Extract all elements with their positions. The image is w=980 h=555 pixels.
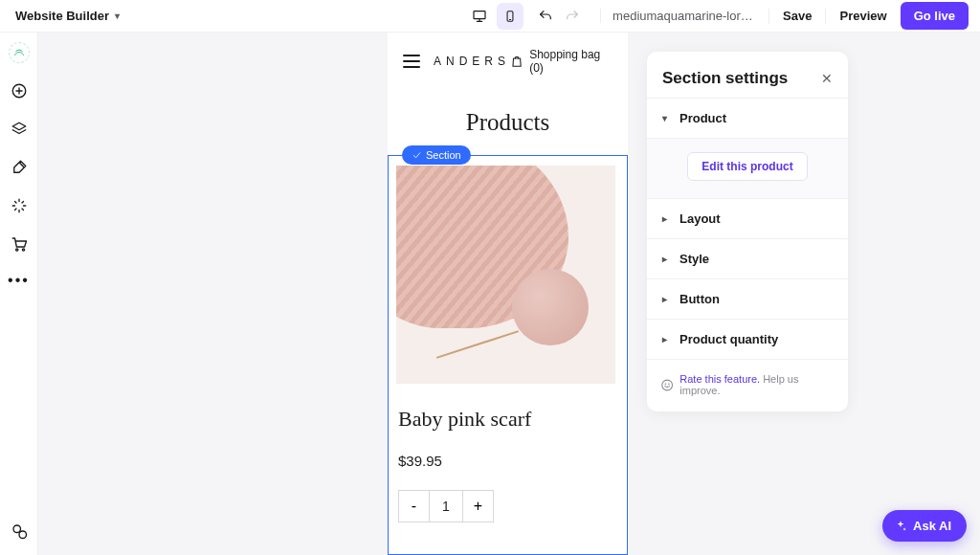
- divider: [768, 9, 769, 24]
- rate-feature: Rate this feature. Help us improve.: [647, 359, 848, 411]
- svg-point-7: [662, 380, 673, 390]
- product-image[interactable]: [396, 166, 615, 384]
- product-price: $39.95: [398, 453, 617, 469]
- shopping-bag-label: Shopping bag (0): [529, 48, 612, 75]
- ask-ai-button[interactable]: Ask AI: [882, 510, 967, 542]
- ai-tools-button[interactable]: [9, 195, 30, 216]
- chevron-down-icon: ▾: [115, 11, 120, 21]
- qty-decrease-button[interactable]: -: [399, 491, 430, 522]
- divider: [825, 9, 826, 24]
- accordion-product-body: Edit this product: [647, 138, 848, 198]
- app-name: Website Builder: [15, 9, 109, 23]
- app-switcher[interactable]: Website Builder ▾: [15, 9, 120, 23]
- panel-title: Section settings: [662, 69, 788, 88]
- chevron-right-icon: ▸: [662, 213, 672, 224]
- save-button[interactable]: Save: [783, 9, 812, 23]
- domain-label[interactable]: mediumaquamarine-loris-m...: [600, 9, 753, 23]
- accordion-layout[interactable]: ▸ Layout: [647, 198, 848, 238]
- close-icon[interactable]: ✕: [821, 71, 833, 86]
- accordion-button[interactable]: ▸ Button: [647, 278, 848, 319]
- ask-ai-label: Ask AI: [913, 519, 951, 533]
- svg-point-5: [13, 525, 21, 533]
- svg-point-9: [669, 384, 670, 385]
- accordion-product[interactable]: ▾ Product: [647, 98, 848, 138]
- svg-rect-0: [474, 11, 485, 18]
- chevron-right-icon: ▸: [662, 254, 672, 264]
- chevron-right-icon: ▸: [662, 334, 672, 344]
- undo-button[interactable]: [533, 4, 558, 29]
- shopping-bag-link[interactable]: Shopping bag (0): [510, 48, 612, 75]
- layers-button[interactable]: [9, 119, 30, 140]
- edit-product-button[interactable]: Edit this product: [687, 152, 807, 181]
- accordion-style[interactable]: ▸ Style: [647, 238, 848, 278]
- svg-point-4: [22, 249, 24, 251]
- quantity-stepper: - 1 +: [398, 490, 494, 522]
- add-section-button[interactable]: [9, 80, 30, 101]
- mobile-preview: ANDERS Shopping bag (0) Products Section…: [388, 33, 628, 555]
- left-rail: •••: [0, 33, 38, 555]
- qty-increase-button[interactable]: +: [462, 491, 493, 522]
- section-settings-panel: Section settings ✕ ▾ Product Edit this p…: [647, 52, 848, 411]
- svg-point-3: [15, 249, 17, 251]
- site-brand: ANDERS: [434, 55, 510, 68]
- accordion-quantity[interactable]: ▸ Product quantity: [647, 319, 848, 359]
- product-name: Baby pink scarf: [398, 407, 617, 432]
- more-button[interactable]: •••: [8, 272, 30, 289]
- preview-button[interactable]: Preview: [839, 9, 886, 23]
- redo-button[interactable]: [560, 4, 585, 29]
- chevron-down-icon: ▾: [662, 113, 672, 123]
- svg-point-6: [19, 531, 27, 539]
- chevron-right-icon: ▸: [662, 294, 672, 304]
- device-desktop-button[interactable]: [466, 3, 493, 30]
- hamburger-icon[interactable]: [403, 55, 420, 68]
- selected-section[interactable]: Section Baby pink scarf $39.95 - 1 +: [388, 155, 628, 555]
- section-badge[interactable]: Section: [402, 145, 471, 165]
- store-button[interactable]: [9, 233, 30, 255]
- rate-feature-link[interactable]: Rate this feature.: [679, 373, 760, 385]
- site-logo[interactable]: [9, 42, 30, 63]
- styles-button[interactable]: [9, 157, 30, 178]
- go-live-button[interactable]: Go live: [901, 2, 969, 30]
- qty-value: 1: [430, 491, 462, 522]
- help-button[interactable]: [9, 521, 30, 542]
- device-mobile-button[interactable]: [497, 3, 523, 30]
- page-title: Products: [388, 109, 628, 136]
- svg-point-8: [665, 384, 666, 385]
